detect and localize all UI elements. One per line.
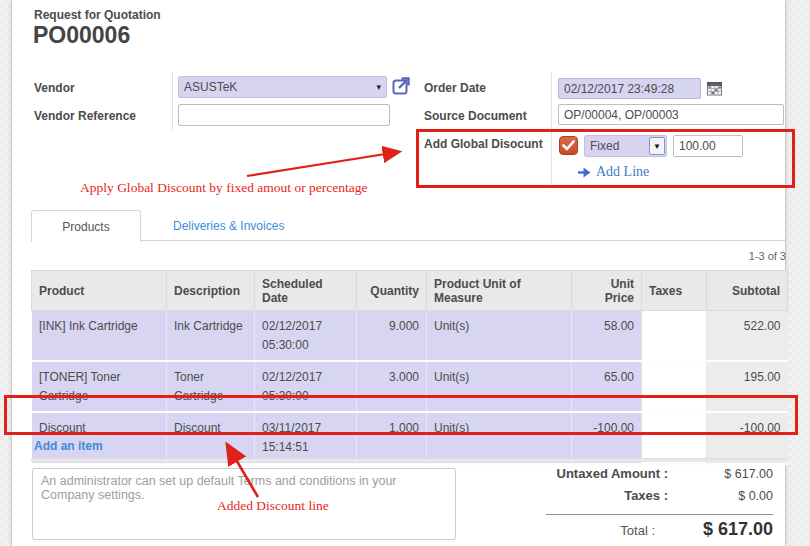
vendor-label: Vendor xyxy=(34,81,75,95)
untaxed-amount-value: $ 617.00 xyxy=(668,467,773,481)
tab-deliveries-invoices[interactable]: Deliveries & Invoices xyxy=(161,210,296,241)
chevron-down-icon: ▾ xyxy=(376,83,381,92)
cell-uom: Unit(s) xyxy=(427,361,572,412)
discount-type-value: Fixed xyxy=(590,139,619,153)
cell-taxes xyxy=(642,412,707,463)
notebook-tabbar: Products Deliveries & Invoices xyxy=(31,210,787,241)
totals-panel: Untaxed Amount : $ 617.00 Taxes : $ 0.00… xyxy=(512,466,773,545)
cell-unit-price: -100.00 xyxy=(572,412,642,463)
cell-taxes xyxy=(642,311,707,362)
cell-quantity: 1.000 xyxy=(357,412,427,463)
tab-deliveries-invoices-label: Deliveries & Invoices xyxy=(173,219,284,233)
form-sheet: Request for Quotation PO00006 Vendor ASU… xyxy=(11,0,786,546)
totals-divider xyxy=(546,514,773,515)
cell-description: Toner Cartridge xyxy=(167,361,255,412)
tab-products[interactable]: Products xyxy=(31,210,141,242)
taxes-total-label: Taxes : xyxy=(512,488,668,503)
col-header-quantity: Quantity xyxy=(357,271,427,311)
terms-conditions-textarea[interactable] xyxy=(32,468,456,540)
calendar-icon[interactable] xyxy=(707,81,722,96)
taxes-total-value: $ 0.00 xyxy=(668,489,773,503)
cell-product: Discount xyxy=(32,412,167,463)
col-header-description: Description xyxy=(167,271,255,311)
table-row[interactable]: [INK] Ink Cartridge Ink Cartridge 02/12/… xyxy=(32,311,788,362)
vendor-reference-label: Vendor Reference xyxy=(34,109,136,123)
cell-scheduled-date: 02/12/2017 05:30:00 xyxy=(255,361,357,412)
cell-quantity: 9.000 xyxy=(357,311,427,362)
checkmark-icon xyxy=(562,140,575,151)
total-label: Total : xyxy=(512,523,655,538)
cell-uom: Unit(s) xyxy=(427,311,572,362)
tab-products-label: Products xyxy=(62,220,109,234)
cell-scheduled-date: 03/11/2017 15:14:51 xyxy=(255,412,357,463)
global-discount-label: Add Global Disocunt xyxy=(424,137,543,151)
add-line-link[interactable]: Add Line xyxy=(578,164,649,180)
cell-description: Ink Cartridge xyxy=(167,311,255,362)
untaxed-amount-label: Untaxed Amount : xyxy=(512,466,668,481)
section-separator xyxy=(31,458,787,462)
vendor-select[interactable]: ASUSTeK ▾ xyxy=(178,76,387,98)
col-header-product: Product xyxy=(32,271,167,311)
external-link-icon[interactable] xyxy=(392,76,411,95)
right-arrow-icon xyxy=(578,167,591,178)
cell-subtotal: 195.00 xyxy=(707,361,788,412)
cell-product: [INK] Ink Cartridge xyxy=(32,311,167,362)
page-title: PO00006 xyxy=(33,22,130,49)
col-header-uom: Product Unit of Measure xyxy=(427,271,572,311)
vendor-reference-input[interactable] xyxy=(178,104,390,126)
cell-unit-price: 58.00 xyxy=(572,311,642,362)
cell-uom: Unit(s) xyxy=(427,412,572,463)
cell-subtotal: -100.00 xyxy=(707,412,788,463)
field-group-divider-left xyxy=(172,72,173,130)
vendor-select-value: ASUSTeK xyxy=(184,80,237,94)
discount-type-select[interactable]: Fixed ▼ xyxy=(584,135,667,157)
table-row[interactable]: [TONER] Toner Cartridge Toner Cartridge … xyxy=(32,361,788,412)
col-header-unit-price: Unit Price xyxy=(572,271,642,311)
cell-subtotal: 522.00 xyxy=(707,311,788,362)
chevron-down-icon: ▼ xyxy=(649,137,665,155)
add-an-item-link[interactable]: Add an item xyxy=(34,439,103,453)
global-discount-checkbox[interactable] xyxy=(559,136,578,155)
add-line-label: Add Line xyxy=(596,164,649,180)
table-row-discount[interactable]: Discount Discount 03/11/2017 15:14:51 1.… xyxy=(32,412,788,463)
cell-scheduled-date: 02/12/2017 05:30:00 xyxy=(255,311,357,362)
order-date-input[interactable] xyxy=(558,78,701,99)
cell-quantity: 3.000 xyxy=(357,361,427,412)
order-date-label: Order Date xyxy=(424,81,486,95)
total-value: $ 617.00 xyxy=(655,519,773,540)
source-document-label: Source Document xyxy=(424,109,527,123)
cell-taxes xyxy=(642,361,707,412)
col-header-scheduled-date: Scheduled Date xyxy=(255,271,357,311)
field-group-divider-right xyxy=(551,72,552,188)
cell-product: [TONER] Toner Cartridge xyxy=(32,361,167,412)
doc-type-subtitle: Request for Quotation xyxy=(34,8,161,22)
col-header-subtotal: Subtotal xyxy=(707,271,788,311)
order-lines-table: Product Description Scheduled Date Quant… xyxy=(31,270,788,465)
cell-unit-price: 65.00 xyxy=(572,361,642,412)
page: { "window": { "subtitle": "Request for Q… xyxy=(0,0,810,546)
cell-description: Discount xyxy=(167,412,255,463)
table-header-row: Product Description Scheduled Date Quant… xyxy=(32,271,788,311)
col-header-taxes: Taxes xyxy=(642,271,707,311)
pager: 1-3 of 3 xyxy=(667,250,786,262)
discount-amount-input[interactable] xyxy=(673,135,743,157)
source-document-input[interactable] xyxy=(558,104,784,125)
